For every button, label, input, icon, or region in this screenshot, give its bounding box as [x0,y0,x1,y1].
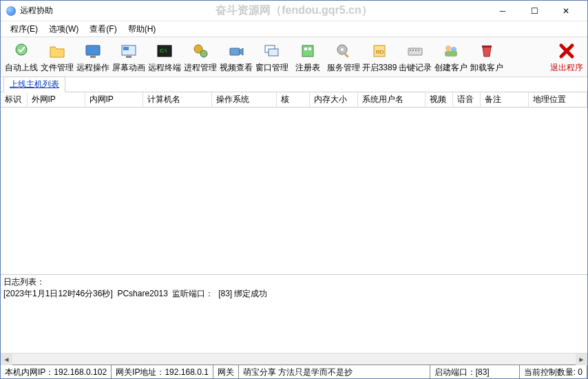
col-mem[interactable]: 内存大小 [309,92,357,107]
svg-rect-2 [90,56,96,58]
status-slogan: 萌宝分享 方法只是学而不是抄 [239,365,430,378]
screen-anim-button[interactable]: 屏幕动画 [111,39,147,76]
scroll-right-arrow[interactable]: ► [576,354,587,365]
open-3389-button[interactable]: RD开启3389 [361,39,397,76]
svg-rect-18 [344,52,349,58]
horizontal-scrollbar[interactable]: ◄ ► [1,353,587,365]
menu-help[interactable]: 帮助(H) [123,22,162,37]
col-lan-ip[interactable]: 内网IP [85,92,143,107]
x-icon [556,40,578,62]
gear-wrench-icon [333,40,355,62]
menu-bar: 程序(E) 选项(W) 查看(F) 帮助(H) [1,21,587,37]
svg-rect-10 [230,48,240,55]
svg-point-9 [200,50,207,57]
tab-online-hosts[interactable]: 上线主机列表 [3,76,65,92]
toolbar: 自动上线 文件管理 远程操作 屏幕动画 C:\远程终端 进程管理 视频查看 窗口… [1,37,587,77]
terminal-icon: C:\ [154,40,176,62]
svg-rect-23 [412,50,414,51]
close-button[interactable]: ✕ [550,1,582,21]
remote-terminal-button[interactable]: C:\远程终端 [147,39,182,76]
menu-options[interactable]: 选项(W) [43,22,84,37]
users-icon [440,40,462,62]
status-bar: 本机内网IP：192.168.0.102 网关IP地址：192.168.0.1 … [1,365,587,378]
svg-rect-1 [86,45,100,55]
menu-program[interactable]: 程序(E) [5,22,43,37]
log-panel: 日志列表： [2023年1月1日12时46分36秒] PCshare2013 监… [1,275,587,365]
col-wan-ip[interactable]: 外网IP [27,92,85,107]
svg-text:C:\: C:\ [160,48,167,54]
file-manager-button[interactable]: 文件管理 [39,39,75,76]
screen-icon [118,40,140,62]
folder-icon [46,40,68,62]
col-voice[interactable]: 语音 [452,92,480,107]
auto-online-icon [10,40,32,62]
service-manager-button[interactable]: 服务管理 [326,39,361,76]
app-icon [6,6,16,16]
auto-online-button[interactable]: 自动上线 [3,39,39,76]
status-lan-ip: 本机内网IP：192.168.0.102 [1,365,112,378]
svg-rect-22 [410,50,411,51]
maximize-button[interactable]: ☐ [518,1,550,21]
monitor-icon [82,40,104,62]
log-text[interactable]: 日志列表： [2023年1月1日12时46分36秒] PCshare2013 监… [1,275,587,353]
col-video[interactable]: 视频 [425,92,452,107]
svg-rect-25 [418,50,419,51]
svg-rect-24 [415,50,417,51]
menu-view[interactable]: 查看(F) [84,22,122,37]
watermark-text: 奋斗资源网（fendou.gqr5.cn） [216,3,372,18]
keyboard-icon [404,40,426,62]
status-gateway-ip: 网关IP地址：192.168.0.1 [112,365,213,378]
svg-rect-29 [482,45,492,48]
video-view-button[interactable]: 视频查看 [218,39,254,76]
svg-point-17 [341,48,344,51]
col-note[interactable]: 备注 [480,92,528,107]
svg-rect-21 [408,48,422,55]
process-manager-button[interactable]: 进程管理 [182,39,218,76]
col-os[interactable]: 操作系统 [211,92,276,107]
window-title: 远程协助 [20,5,53,17]
tab-strip: 上线主机列表 [1,77,587,92]
uninstall-client-button[interactable]: 卸载客户 [469,39,505,76]
svg-text:RD: RD [376,49,384,55]
col-flag[interactable]: 标识 [1,92,27,107]
column-header-row: 标识 外网IP 内网IP 计算机名 操作系统 核 内存大小 系统用户名 视频 语… [1,92,587,107]
keylog-button[interactable]: 击键记录 [397,39,433,76]
exit-button[interactable]: 退出程序 [549,39,585,76]
remote-op-button[interactable]: 远程操作 [75,39,111,76]
rdp-icon: RD [368,40,390,62]
status-control-count: 当前控制数量: 0 [520,365,587,378]
title-bar: 远程协助 奋斗资源网（fendou.gqr5.cn） ─ ☐ ✕ [1,1,587,21]
camera-icon [225,40,247,62]
svg-rect-14 [304,48,307,50]
gears-icon [189,40,211,62]
svg-rect-28 [445,51,457,57]
minimize-button[interactable]: ─ [487,1,518,21]
svg-rect-5 [126,56,132,58]
windows-icon [261,40,283,62]
registry-icon [297,40,319,62]
status-port: 启动端口：[83] [430,365,520,378]
svg-point-0 [16,44,27,55]
status-gateway-name: 网关 [213,365,239,378]
col-cores[interactable]: 核 [276,92,309,107]
scroll-left-arrow[interactable]: ◄ [1,354,12,365]
registry-button[interactable]: 注册表 [290,39,326,76]
window-buttons: ─ ☐ ✕ [487,1,582,21]
svg-rect-4 [123,47,129,50]
svg-rect-13 [302,45,313,57]
create-client-button[interactable]: 创建客户 [433,39,469,76]
col-geo[interactable]: 地理位置 [528,92,587,107]
host-grid[interactable]: 标识 外网IP 内网IP 计算机名 操作系统 核 内存大小 系统用户名 视频 语… [1,92,587,275]
trash-icon [476,40,498,62]
svg-rect-15 [308,48,311,50]
window-manager-button[interactable]: 窗口管理 [254,39,290,76]
col-computer[interactable]: 计算机名 [143,92,211,107]
svg-point-26 [445,45,451,51]
col-sysuser[interactable]: 系统用户名 [357,92,425,107]
svg-rect-12 [269,49,278,56]
